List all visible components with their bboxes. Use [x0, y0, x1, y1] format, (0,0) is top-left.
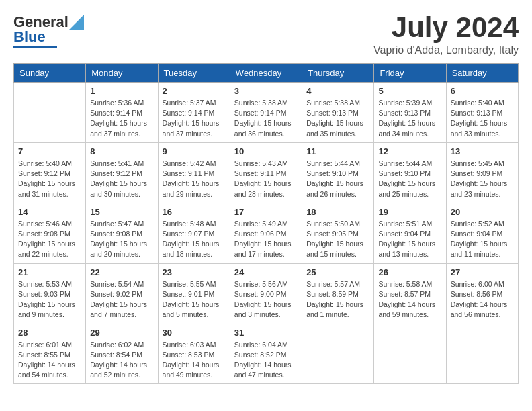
day-info: Sunrise: 5:57 AMSunset: 8:59 PMDaylight:… [306, 279, 369, 320]
table-row: 19Sunrise: 5:51 AMSunset: 9:04 PMDayligh… [374, 203, 446, 263]
day-number: 20 [451, 207, 514, 217]
logo-blue: Blue [13, 28, 46, 46]
page-header: General Blue July 2024 Vaprio d'Adda, Lo… [13, 13, 519, 56]
table-row: 29Sunrise: 6:02 AMSunset: 8:54 PMDayligh… [86, 324, 158, 384]
day-info: Sunrise: 5:43 AMSunset: 9:11 PMDaylight:… [234, 158, 298, 199]
day-info: Sunrise: 5:40 AMSunset: 9:13 PMDaylight:… [451, 98, 514, 139]
day-number: 18 [306, 207, 369, 217]
table-row: 2Sunrise: 5:37 AMSunset: 9:14 PMDaylight… [158, 83, 230, 143]
svg-marker-0 [69, 15, 84, 30]
table-row [302, 324, 374, 384]
day-info: Sunrise: 5:36 AMSunset: 9:14 PMDaylight:… [90, 98, 153, 139]
day-number: 13 [451, 146, 514, 156]
table-row: 26Sunrise: 5:58 AMSunset: 8:57 PMDayligh… [374, 263, 446, 324]
day-info: Sunrise: 6:00 AMSunset: 8:56 PMDaylight:… [451, 279, 514, 320]
day-number: 19 [378, 207, 441, 217]
table-row: 18Sunrise: 5:50 AMSunset: 9:05 PMDayligh… [302, 203, 374, 263]
table-row: 17Sunrise: 5:49 AMSunset: 9:06 PMDayligh… [230, 203, 302, 263]
day-info: Sunrise: 5:55 AMSunset: 9:01 PMDaylight:… [163, 279, 226, 320]
col-monday: Monday [86, 64, 158, 83]
table-row: 5Sunrise: 5:39 AMSunset: 9:13 PMDaylight… [374, 83, 446, 143]
day-info: Sunrise: 5:38 AMSunset: 9:14 PMDaylight:… [234, 98, 298, 139]
table-row: 22Sunrise: 5:54 AMSunset: 9:02 PMDayligh… [86, 263, 158, 324]
table-row: 23Sunrise: 5:55 AMSunset: 9:01 PMDayligh… [158, 263, 230, 324]
table-row: 31Sunrise: 6:04 AMSunset: 8:52 PMDayligh… [230, 324, 302, 384]
logo-underline [13, 46, 57, 48]
day-info: Sunrise: 5:50 AMSunset: 9:05 PMDaylight:… [306, 219, 369, 260]
table-row: 12Sunrise: 5:44 AMSunset: 9:10 PMDayligh… [374, 142, 446, 203]
day-number: 31 [234, 328, 298, 338]
day-info: Sunrise: 5:52 AMSunset: 9:04 PMDaylight:… [451, 219, 514, 260]
calendar-table: Sunday Monday Tuesday Wednesday Thursday… [13, 63, 519, 384]
calendar-week-row: 14Sunrise: 5:46 AMSunset: 9:08 PMDayligh… [14, 203, 519, 263]
day-number: 8 [90, 146, 153, 156]
col-thursday: Thursday [302, 64, 374, 83]
table-row: 24Sunrise: 5:56 AMSunset: 9:00 PMDayligh… [230, 263, 302, 324]
table-row: 25Sunrise: 5:57 AMSunset: 8:59 PMDayligh… [302, 263, 374, 324]
day-info: Sunrise: 5:47 AMSunset: 9:08 PMDaylight:… [90, 219, 153, 260]
table-row: 20Sunrise: 5:52 AMSunset: 9:04 PMDayligh… [446, 203, 518, 263]
day-info: Sunrise: 5:38 AMSunset: 9:13 PMDaylight:… [306, 98, 369, 139]
calendar-week-row: 1Sunrise: 5:36 AMSunset: 9:14 PMDaylight… [14, 83, 519, 143]
month-title: July 2024 [373, 13, 519, 42]
day-info: Sunrise: 5:51 AMSunset: 9:04 PMDaylight:… [378, 219, 441, 260]
table-row: 13Sunrise: 5:45 AMSunset: 9:09 PMDayligh… [446, 142, 518, 203]
day-info: Sunrise: 5:53 AMSunset: 9:03 PMDaylight:… [18, 279, 81, 320]
day-number: 1 [90, 86, 153, 96]
day-number: 5 [378, 86, 441, 96]
day-info: Sunrise: 5:49 AMSunset: 9:06 PMDaylight:… [234, 219, 298, 260]
logo-icon [69, 15, 84, 30]
table-row: 30Sunrise: 6:03 AMSunset: 8:53 PMDayligh… [158, 324, 230, 384]
day-info: Sunrise: 5:45 AMSunset: 9:09 PMDaylight:… [451, 158, 514, 199]
calendar-week-row: 7Sunrise: 5:40 AMSunset: 9:12 PMDaylight… [14, 142, 519, 203]
day-info: Sunrise: 6:02 AMSunset: 8:54 PMDaylight:… [90, 340, 153, 381]
day-number: 15 [90, 207, 153, 217]
day-number: 27 [451, 267, 514, 277]
day-info: Sunrise: 6:03 AMSunset: 8:53 PMDaylight:… [163, 340, 226, 381]
table-row: 15Sunrise: 5:47 AMSunset: 9:08 PMDayligh… [86, 203, 158, 263]
day-number: 14 [18, 207, 81, 217]
calendar-week-row: 28Sunrise: 6:01 AMSunset: 8:55 PMDayligh… [14, 324, 519, 384]
day-info: Sunrise: 5:58 AMSunset: 8:57 PMDaylight:… [378, 279, 441, 320]
day-number: 6 [451, 86, 514, 96]
day-info: Sunrise: 5:37 AMSunset: 9:14 PMDaylight:… [163, 98, 226, 139]
day-number: 26 [378, 267, 441, 277]
day-info: Sunrise: 5:48 AMSunset: 9:07 PMDaylight:… [163, 219, 226, 260]
table-row: 6Sunrise: 5:40 AMSunset: 9:13 PMDaylight… [446, 83, 518, 143]
day-info: Sunrise: 5:41 AMSunset: 9:12 PMDaylight:… [90, 158, 153, 199]
calendar-header-row: Sunday Monday Tuesday Wednesday Thursday… [14, 64, 519, 83]
table-row: 28Sunrise: 6:01 AMSunset: 8:55 PMDayligh… [14, 324, 86, 384]
day-number: 9 [163, 146, 226, 156]
table-row: 4Sunrise: 5:38 AMSunset: 9:13 PMDaylight… [302, 83, 374, 143]
logo: General Blue [13, 13, 84, 48]
day-info: Sunrise: 6:04 AMSunset: 8:52 PMDaylight:… [234, 340, 298, 381]
col-sunday: Sunday [14, 64, 86, 83]
day-number: 21 [18, 267, 81, 277]
day-info: Sunrise: 5:44 AMSunset: 9:10 PMDaylight:… [378, 158, 441, 199]
day-info: Sunrise: 5:40 AMSunset: 9:12 PMDaylight:… [18, 158, 81, 199]
calendar-week-row: 21Sunrise: 5:53 AMSunset: 9:03 PMDayligh… [14, 263, 519, 324]
col-wednesday: Wednesday [230, 64, 302, 83]
day-number: 22 [90, 267, 153, 277]
day-number: 30 [163, 328, 226, 338]
day-number: 23 [163, 267, 226, 277]
table-row: 7Sunrise: 5:40 AMSunset: 9:12 PMDaylight… [14, 142, 86, 203]
col-friday: Friday [374, 64, 446, 83]
table-row: 21Sunrise: 5:53 AMSunset: 9:03 PMDayligh… [14, 263, 86, 324]
day-number: 17 [234, 207, 298, 217]
table-row: 11Sunrise: 5:44 AMSunset: 9:10 PMDayligh… [302, 142, 374, 203]
day-number: 4 [306, 86, 369, 96]
day-info: Sunrise: 5:39 AMSunset: 9:13 PMDaylight:… [378, 98, 441, 139]
col-tuesday: Tuesday [158, 64, 230, 83]
day-number: 2 [163, 86, 226, 96]
day-number: 16 [163, 207, 226, 217]
table-row [374, 324, 446, 384]
col-saturday: Saturday [446, 64, 518, 83]
day-info: Sunrise: 6:01 AMSunset: 8:55 PMDaylight:… [18, 340, 81, 381]
table-row: 27Sunrise: 6:00 AMSunset: 8:56 PMDayligh… [446, 263, 518, 324]
day-number: 25 [306, 267, 369, 277]
table-row [446, 324, 518, 384]
day-info: Sunrise: 5:46 AMSunset: 9:08 PMDaylight:… [18, 219, 81, 260]
day-number: 12 [378, 146, 441, 156]
title-block: July 2024 Vaprio d'Adda, Lombardy, Italy [373, 13, 519, 56]
